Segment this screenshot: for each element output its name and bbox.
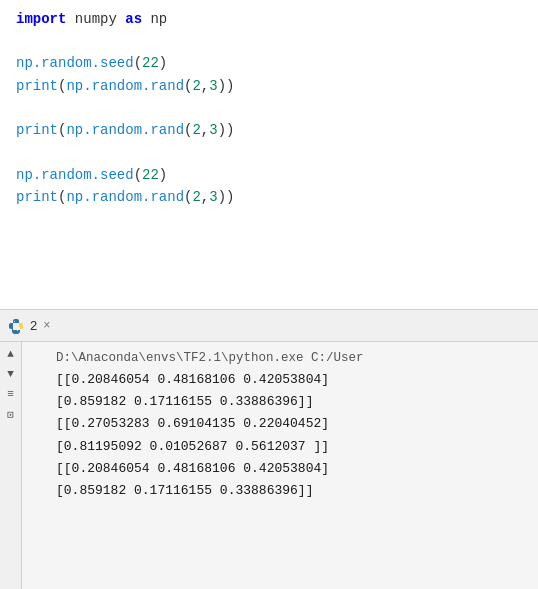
code-token-plain: ( xyxy=(184,75,192,97)
code-token-plain: ( xyxy=(58,186,66,208)
code-token-number: 2 xyxy=(192,75,200,97)
code-token-func: np.random.rand xyxy=(66,186,184,208)
code-token-plain: ( xyxy=(184,119,192,141)
code-line xyxy=(0,142,538,164)
tab-close-button[interactable]: × xyxy=(43,319,50,333)
code-token-kw: as xyxy=(125,8,142,30)
code-token-func: np.random.seed xyxy=(16,52,134,74)
code-token-plain: ) xyxy=(159,52,167,74)
scroll-up-button[interactable]: ▲ xyxy=(3,346,19,362)
code-line: print(np.random.rand(2,3)) xyxy=(0,75,538,97)
code-line: import numpy as np xyxy=(0,8,538,30)
code-token-number: 2 xyxy=(192,119,200,141)
output-row: [0.859182 0.17116155 0.33886396]] xyxy=(56,480,364,502)
menu-button[interactable]: ≡ xyxy=(3,386,19,402)
code-token-func: print xyxy=(16,75,58,97)
code-token-plain: ( xyxy=(134,52,142,74)
code-token-plain: ) xyxy=(159,164,167,186)
code-token-func: print xyxy=(16,186,58,208)
code-editor: import numpy as npnp.random.seed(22)prin… xyxy=(0,0,538,310)
code-token-number: 2 xyxy=(192,186,200,208)
code-token-number: 22 xyxy=(142,52,159,74)
code-token-plain: , xyxy=(201,119,209,141)
code-token-plain: , xyxy=(201,75,209,97)
output-toolbar: ▲ ▼ ≡ ⊡ xyxy=(0,342,22,589)
code-token-plain: , xyxy=(201,186,209,208)
svg-point-0 xyxy=(14,321,15,322)
code-line: np.random.seed(22) xyxy=(0,164,538,186)
code-token-plain: np xyxy=(142,8,167,30)
code-token-number: 3 xyxy=(209,186,217,208)
python-icon xyxy=(8,318,24,334)
code-token-plain: )) xyxy=(218,119,235,141)
output-tab-bar: 2 × xyxy=(0,310,538,342)
output-path: D:\Anaconda\envs\TF2.1\python.exe C:/Use… xyxy=(56,348,364,369)
code-line: print(np.random.rand(2,3)) xyxy=(0,186,538,208)
scroll-down-button[interactable]: ▼ xyxy=(3,366,19,382)
output-row: [0.81195092 0.01052687 0.5612037 ]] xyxy=(56,436,364,458)
code-token-plain: ( xyxy=(184,186,192,208)
code-area[interactable]: import numpy as npnp.random.seed(22)prin… xyxy=(0,0,538,310)
output-row: [[0.27053283 0.69104135 0.22040452] xyxy=(56,413,364,435)
code-token-plain: ( xyxy=(58,75,66,97)
output-content: D:\Anaconda\envs\TF2.1\python.exe C:/Use… xyxy=(44,342,376,589)
code-token-plain: )) xyxy=(218,186,235,208)
code-token-func: np.random.seed xyxy=(16,164,134,186)
code-token-number: 3 xyxy=(209,75,217,97)
code-token-plain: )) xyxy=(218,75,235,97)
code-token-func: np.random.rand xyxy=(66,75,184,97)
svg-point-1 xyxy=(17,330,18,331)
output-row: [0.859182 0.17116155 0.33886396]] xyxy=(56,391,364,413)
code-token-plain: ( xyxy=(134,164,142,186)
code-line: print(np.random.rand(2,3)) xyxy=(0,119,538,141)
code-line xyxy=(0,97,538,119)
expand-button[interactable]: ⊡ xyxy=(3,406,19,422)
output-row: [[0.20846054 0.48168106 0.42053804] xyxy=(56,458,364,480)
code-token-number: 22 xyxy=(142,164,159,186)
code-token-func: print xyxy=(16,119,58,141)
output-area: 2 × ▲ ▼ ≡ ⊡ D:\Anaconda\envs\TF2.1\pytho… xyxy=(0,310,538,589)
code-line xyxy=(0,30,538,52)
code-token-func: np.random.rand xyxy=(66,119,184,141)
code-line: np.random.seed(22) xyxy=(0,52,538,74)
output-row: [[0.20846054 0.48168106 0.42053804] xyxy=(56,369,364,391)
code-token-plain: numpy xyxy=(66,8,125,30)
tab-label: 2 xyxy=(30,318,37,333)
code-token-plain: ( xyxy=(58,119,66,141)
code-token-number: 3 xyxy=(209,119,217,141)
code-token-kw: import xyxy=(16,8,66,30)
